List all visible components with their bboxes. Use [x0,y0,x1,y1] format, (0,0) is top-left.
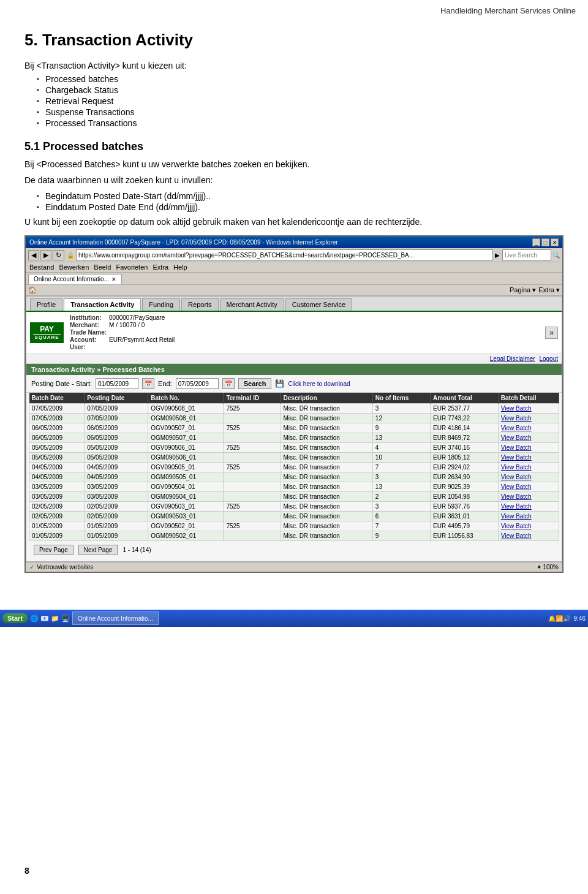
menu-favorieten[interactable]: Favorieten [116,263,148,271]
end-date-label: End: [158,380,172,387]
table-cell[interactable]: View Batch [498,414,559,423]
live-search-bar: 🔍 [502,249,560,260]
table-cell: OGM090507_01 [148,433,224,443]
table-cell[interactable]: View Batch [498,472,559,482]
logout-link[interactable]: Logout [539,355,558,362]
extra-menu[interactable]: Extra ▾ [538,286,560,294]
table-row: 04/05/200904/05/2009OGV090505_017525Misc… [29,463,559,472]
go-button[interactable]: ▶ [495,252,500,259]
table-cell: 3 [372,472,430,482]
view-batch-link[interactable]: View Batch [501,444,532,451]
toolbar-right: Pagina ▾ Extra ▾ [510,286,560,294]
view-batch-link[interactable]: View Batch [501,493,532,500]
table-cell[interactable]: View Batch [498,521,559,531]
taskbar: Start 🌐 📧 📁 🖥️ Online Account Informatio… [0,610,588,627]
table-cell[interactable]: View Batch [498,443,559,453]
minimize-button[interactable]: _ [532,238,540,246]
view-batch-link[interactable]: View Batch [501,523,532,529]
view-batch-link[interactable]: View Batch [501,474,532,480]
view-batch-link[interactable]: View Batch [501,415,532,422]
table-cell[interactable]: View Batch [498,492,559,502]
menu-bewerken[interactable]: Bewerken [59,263,89,271]
view-batch-link[interactable]: View Batch [501,513,532,520]
forward-button[interactable]: ▶ [40,250,51,260]
browser-menubar: Bestand Bewerken Beeld Favorieten Extra … [26,262,562,273]
start-calendar-button[interactable]: 📅 [142,378,154,389]
table-cell[interactable]: View Batch [498,502,559,512]
view-batch-link[interactable]: View Batch [501,425,532,431]
next-page-button[interactable]: Next Page [78,545,118,555]
table-cell[interactable]: View Batch [498,404,559,414]
email-icon[interactable]: 📧 [40,615,49,623]
tab-merchant-activity[interactable]: Merchant Activity [220,298,284,311]
browser-tab-active[interactable]: Online Account Informatio... ✕ [28,274,122,284]
pagination-info: 1 - 14 (14) [123,547,151,553]
taskbar-app-button[interactable]: Online Account Informatio... [72,612,159,625]
view-batch-link[interactable]: View Batch [501,464,532,471]
menu-extra[interactable]: Extra [153,263,168,271]
back-button[interactable]: ◀ [28,250,39,260]
tab-customer-service[interactable]: Customer Service [285,298,352,311]
table-cell[interactable]: View Batch [498,423,559,433]
table-cell: EUR 3631,01 [431,512,499,521]
tab-reports[interactable]: Reports [181,298,219,311]
list-item: Retrieval Request [37,96,564,106]
tab-profile[interactable]: Profile [30,298,62,311]
view-batch-link[interactable]: View Batch [501,454,532,461]
table-cell[interactable]: View Batch [498,482,559,492]
note-text: U kunt bij een zoekoptie op datum ook al… [24,217,564,227]
prev-page-button[interactable]: Prev Page [34,545,74,555]
col-description: Description [281,393,372,404]
home-icon[interactable]: 🏠 [28,286,37,294]
table-cell [224,512,281,521]
tab-transaction-activity[interactable]: Transaction Activity [64,298,141,311]
table-cell: 05/05/2009 [85,453,148,463]
check-icon: ✓ [29,564,34,570]
table-cell[interactable]: View Batch [498,463,559,472]
ie-icon[interactable]: 🌐 [30,615,39,623]
nav-arrow-button[interactable]: » [545,327,558,339]
view-batch-link[interactable]: View Batch [501,532,532,539]
end-calendar-button[interactable]: 📅 [222,378,235,389]
tab-funding[interactable]: Funding [142,298,180,311]
start-date-input[interactable] [96,378,138,389]
live-search-input[interactable] [502,249,551,260]
view-batch-link[interactable]: View Batch [501,434,532,441]
end-date-input[interactable] [176,378,219,389]
nav-buttons: ◀ ▶ ↻ [28,250,64,260]
tab-close-button[interactable]: ✕ [111,276,116,282]
refresh-button[interactable]: ↻ [53,250,64,260]
close-button[interactable]: ✕ [551,238,559,246]
legal-disclaimer-link[interactable]: Legal Disclaimer [490,355,535,362]
menu-help[interactable]: Help [173,263,187,271]
table-cell: 2 [372,492,430,502]
explorer-icon[interactable]: 🖥️ [61,615,70,623]
page-header: Handleiding Merchant Services Online [0,0,588,18]
menu-bestand[interactable]: Bestand [29,263,54,271]
account-value: EUR/Psymnt Acct Retail [109,336,177,344]
table-cell: EUR 5937,76 [431,502,499,512]
table-row: 03/05/200903/05/2009OGM090504_01Misc. DR… [29,492,559,502]
table-cell: 07/05/2009 [85,414,148,423]
table-cell[interactable]: View Batch [498,433,559,443]
table-cell: OGV090507_01 [148,423,224,433]
view-batch-link[interactable]: View Batch [501,503,532,510]
app-nav-tabs: Profile Transaction Activity Funding Rep… [26,297,562,312]
start-button[interactable]: Start [2,613,28,623]
table-cell[interactable]: View Batch [498,512,559,521]
menu-beeld[interactable]: Beeld [94,263,111,271]
view-batch-link[interactable]: View Batch [501,483,532,490]
table-row: 01/05/200901/05/2009OGV090502_017525Misc… [29,521,559,531]
table-cell[interactable]: View Batch [498,453,559,463]
folder-icon[interactable]: 📁 [51,615,59,623]
table-cell[interactable]: View Batch [498,531,559,541]
view-batch-link[interactable]: View Batch [501,405,532,412]
url-input[interactable] [76,249,493,260]
download-link[interactable]: Click here to download [288,381,350,387]
table-cell: 7 [372,463,430,472]
search-icon[interactable]: 🔍 [552,252,560,259]
pagina-menu[interactable]: Pagina ▾ [510,286,536,294]
search-button[interactable]: Search [238,378,272,389]
table-cell: 05/05/2009 [29,443,85,453]
maximize-button[interactable]: □ [541,238,549,246]
